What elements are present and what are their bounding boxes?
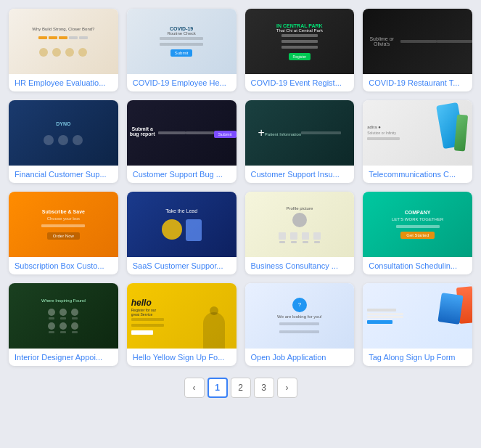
pagination: ‹ 1 2 3 › — [9, 378, 472, 398]
card-label-hello: Hello Yellow Sign Up Fo... — [127, 349, 237, 366]
card-label-consult: Consultation Schedulin... — [363, 257, 472, 274]
thumbnail-support-ins: + Patient Information — [245, 100, 355, 166]
card-label-covid-employee: COVID-19 Employee He... — [127, 74, 237, 91]
card-consult[interactable]: COMP&NY LET'S WORK TOGETHER Get Started … — [363, 192, 472, 274]
card-label-hr: HR Employee Evaluatio... — [9, 74, 118, 91]
card-job[interactable]: ? We are looking for you! Open Job Appli… — [245, 283, 355, 366]
card-interior[interactable]: Where Inspiring Found — [9, 283, 118, 366]
card-saas[interactable]: Take the Lead SaaS Customer Suppor... — [127, 192, 237, 274]
card-tagalong[interactable]: Tag Along Sign Up Form — [363, 283, 472, 366]
card-subscription[interactable]: Subscribe & Save Choose your box Order N… — [9, 192, 118, 274]
card-financial[interactable]: DYNO Financial Customer Sup... — [9, 100, 118, 183]
thumbnail-subscription: Subscribe & Save Choose your box Order N… — [9, 192, 118, 257]
card-label-financial: Financial Customer Sup... — [9, 166, 118, 183]
thumbnail-job: ? We are looking for you! — [245, 283, 355, 349]
pagination-page-1[interactable]: 1 — [207, 378, 228, 398]
card-label-saas: SaaS Customer Suppor... — [127, 257, 237, 274]
thumbnail-business: Profile picture — [245, 192, 355, 257]
card-business[interactable]: Profile picture — [245, 192, 355, 274]
thumbnail-tagalong — [363, 283, 472, 349]
card-label-covid-event: COVID-19 Event Regist... — [245, 74, 355, 91]
thumbnail-hr: Why Build Strong, Closer Bond? — [9, 9, 118, 74]
card-label-support-bug: Customer Support Bug ... — [127, 166, 237, 183]
thumbnail-support-bug: Submit a bug report Submit — [127, 100, 237, 166]
card-covid-restaurant[interactable]: Sublime or Olivia's COVID-19 Restaurant … — [363, 9, 472, 91]
card-support-ins[interactable]: + Patient Information Customer Support I… — [245, 100, 355, 183]
card-label-support-ins: Customer Support Insu... — [245, 166, 355, 183]
card-label-covid-rest: COVID-19 Restaurant T... — [363, 74, 472, 91]
card-label-business: Business Consultancy ... — [245, 257, 355, 274]
thumbnail-covid-event: IN CENTRAL PARK Thai Chi at Central Park… — [245, 9, 355, 74]
pagination-page-2[interactable]: 2 — [231, 378, 251, 398]
card-label-interior: Interior Designer Appoi... — [9, 349, 118, 366]
thumbnail-consult: COMP&NY LET'S WORK TOGETHER Get Started — [363, 192, 472, 257]
thumbnail-interior: Where Inspiring Found — [9, 283, 118, 349]
pagination-next[interactable]: › — [277, 378, 297, 398]
card-support-bug[interactable]: Submit a bug report Submit Customer Supp… — [127, 100, 237, 183]
pagination-prev[interactable]: ‹ — [184, 378, 205, 398]
thumbnail-telecom: adira ● Solution or Infinity — [363, 100, 472, 166]
card-covid-event[interactable]: IN CENTRAL PARK Thai Chi at Central Park… — [245, 9, 355, 91]
template-grid: Why Build Strong, Closer Bond? HR Employ… — [9, 9, 472, 366]
card-hello[interactable]: hello Register for our great Service Hel… — [127, 283, 237, 366]
thumbnail-hello: hello Register for our great Service — [127, 283, 237, 349]
thumbnail-covid-employee: COVID-19 Routine Check Submit — [127, 9, 237, 74]
card-label-tagalong: Tag Along Sign Up Form — [363, 349, 472, 366]
card-label-telecom: Telecommunications C... — [363, 166, 472, 183]
pagination-page-3[interactable]: 3 — [254, 378, 274, 398]
thumbnail-covid-rest: Sublime or Olivia's — [363, 9, 472, 74]
card-label-subscription: Subscription Box Custo... — [9, 257, 118, 274]
card-label-job: Open Job Application — [245, 349, 355, 366]
card-telecom[interactable]: adira ● Solution or Infinity Telecommuni… — [363, 100, 472, 183]
thumbnail-financial: DYNO — [9, 100, 118, 166]
thumbnail-saas: Take the Lead — [127, 192, 237, 257]
card-hr-employee[interactable]: Why Build Strong, Closer Bond? HR Employ… — [9, 9, 118, 91]
card-covid-employee[interactable]: COVID-19 Routine Check Submit COVID-19 E… — [127, 9, 237, 91]
